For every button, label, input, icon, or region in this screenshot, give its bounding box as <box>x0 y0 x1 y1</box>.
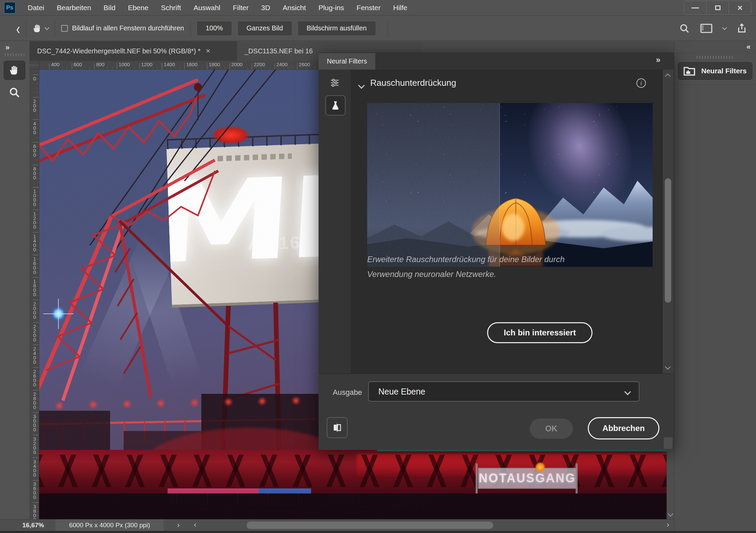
menu-item[interactable]: Datei <box>28 4 44 12</box>
scroll-down-icon[interactable] <box>665 364 671 370</box>
scroll-left-icon[interactable]: ‹ <box>194 521 196 529</box>
menu-item[interactable]: Filter <box>233 4 249 12</box>
status-bar: 16,67% 6000 Px x 4000 Px (300 ppi) › ‹ › <box>0 519 674 531</box>
scroll-down-icon[interactable] <box>668 511 674 517</box>
lens-flare <box>51 306 66 322</box>
before-after-toggle-button[interactable] <box>327 417 348 438</box>
panel-grip[interactable] <box>697 56 734 59</box>
horizontal-scrollbar-thumb[interactable] <box>247 522 493 529</box>
close-tab-icon[interactable]: × <box>206 47 210 55</box>
window-minimize-button[interactable] <box>684 1 706 15</box>
status-arrow-icon[interactable]: › <box>177 521 179 530</box>
ruler-label: 1600 <box>30 255 39 277</box>
menu-item[interactable]: Ebene <box>128 4 149 12</box>
menu-item[interactable]: Hilfe <box>393 4 407 12</box>
hand-tool-button[interactable] <box>4 61 25 80</box>
ruler-label: 1000 <box>117 61 139 69</box>
filter-settings-icon[interactable] <box>330 78 340 88</box>
document-tab-active[interactable]: DSC_7442-Wiederhergestellt.NEF bei 50% (… <box>30 41 237 61</box>
menu-item[interactable]: Schrift <box>161 4 181 12</box>
window-close-button[interactable]: × <box>729 1 751 15</box>
cancel-button[interactable]: Abbrechen <box>588 417 659 439</box>
expand-dialog-icon[interactable]: » <box>656 55 660 65</box>
menu-item[interactable]: Fenster <box>357 4 381 12</box>
crowd-silhouette <box>39 493 666 519</box>
document-dimensions[interactable]: 6000 Px x 4000 Px (300 ppi) <box>55 519 163 531</box>
panel-grip[interactable] <box>5 53 24 56</box>
ruler-label: 400 <box>30 119 39 142</box>
menu-bar: Ps DateiBearbeitenBildEbeneSchriftAuswah… <box>0 0 756 16</box>
ok-button[interactable]: OK <box>530 418 573 439</box>
dialog-scrollbar-thumb[interactable] <box>665 178 671 303</box>
ruler-origin-corner[interactable] <box>30 61 39 70</box>
emergency-exit-sign: NOTAUSGANG <box>478 468 577 489</box>
info-icon[interactable]: i <box>636 78 646 88</box>
ruler-label: 2400 <box>30 345 39 367</box>
magnifier-icon <box>9 87 20 98</box>
zoom-level-field[interactable]: 16,67% <box>22 522 44 529</box>
chevron-down-icon[interactable] <box>722 25 727 30</box>
hand-icon <box>32 23 43 33</box>
dialog-scrollbar[interactable] <box>663 70 673 374</box>
output-label: Ausgabe <box>333 388 362 397</box>
collapse-panel-icon[interactable]: « <box>747 43 750 51</box>
filter-preview-image[interactable] <box>367 103 653 267</box>
hand-tool-preset[interactable] <box>32 23 49 33</box>
ruler-label: 1200 <box>139 61 162 69</box>
menu-item[interactable]: Bearbeiten <box>57 4 91 12</box>
photoshop-logo[interactable]: Ps <box>4 2 16 14</box>
zoom-tool-button[interactable] <box>4 83 25 102</box>
ruler-label: 2400 <box>274 61 297 69</box>
share-icon[interactable] <box>736 23 747 34</box>
ruler-label: 3600 <box>30 480 39 502</box>
ruler-label: 0 <box>30 74 39 97</box>
ruler-label: 2200 <box>30 322 39 345</box>
ruler-lead <box>39 61 49 69</box>
scroll-up-icon[interactable] <box>665 74 671 79</box>
output-select[interactable]: Neue Ebene <box>368 381 639 402</box>
checkbox-label: Bildlauf in allen Fenstern durchführen <box>72 24 184 32</box>
preview-split-divider <box>499 103 500 267</box>
ruler-label: 3000 <box>30 412 39 435</box>
neural-filters-panel-button[interactable]: Neural Filters <box>678 62 752 80</box>
menu-item[interactable]: Plug-ins <box>319 4 344 12</box>
options-bar-right-icons <box>679 23 747 34</box>
ruler-lead <box>30 70 39 74</box>
photoshop-window: Ps DateiBearbeitenBildEbeneSchriftAuswah… <box>0 0 756 533</box>
menu-item[interactable]: Bild <box>104 4 116 12</box>
divider <box>387 20 388 37</box>
workspace-switcher-icon[interactable] <box>700 23 713 34</box>
beta-filters-button[interactable] <box>325 95 346 116</box>
dialog-tab[interactable]: Neural Filters <box>319 53 375 70</box>
ruler-label: 1800 <box>207 61 229 69</box>
fill-screen-button[interactable]: Bildschirm ausfüllen <box>298 21 376 36</box>
horizontal-scrollbar[interactable]: ‹ › <box>189 519 674 531</box>
window-maximize-button[interactable] <box>706 1 729 15</box>
filter-description: Erweiterte Rauschunterdrückung für deine… <box>367 252 597 282</box>
flask-icon <box>330 100 341 111</box>
fit-screen-button[interactable]: Ganzes Bild <box>237 21 292 36</box>
scroll-all-windows-checkbox[interactable]: Bildlauf in allen Fenstern durchführen <box>61 24 184 32</box>
expand-tools-icon[interactable]: » <box>5 43 9 52</box>
interested-button[interactable]: Ich bin interessiert <box>487 322 593 343</box>
neural-filters-dialog: Neural Filters » Rauschunterdrückung i <box>319 52 674 450</box>
divider <box>190 20 191 37</box>
zoom-100-button[interactable]: 100% <box>197 21 232 36</box>
back-chevron-icon[interactable]: ‹ <box>16 20 20 36</box>
led-strip <box>377 450 666 451</box>
ruler-label: 2600 <box>297 61 320 69</box>
split-view-icon <box>332 423 342 433</box>
neural-filters-icon <box>683 65 696 77</box>
document-tab-label: DSC_7442-Wiederhergestellt.NEF bei 50% (… <box>37 47 201 55</box>
divider <box>26 20 26 37</box>
scroll-right-icon[interactable]: › <box>667 521 669 529</box>
vertical-ruler[interactable]: 0200400600800100012001400160018002000220… <box>30 70 39 519</box>
search-icon[interactable] <box>679 23 690 34</box>
ruler-label: 3200 <box>30 435 39 457</box>
menu-item[interactable]: Auswahl <box>194 4 220 12</box>
ruler-label: 2000 <box>30 300 39 322</box>
menu-item[interactable]: 3D <box>261 4 270 12</box>
menu-item[interactable]: Ansicht <box>283 4 306 12</box>
canvas-bottom-structures: NOTAUSGANG <box>39 450 666 519</box>
collapse-section-icon[interactable] <box>358 82 365 89</box>
